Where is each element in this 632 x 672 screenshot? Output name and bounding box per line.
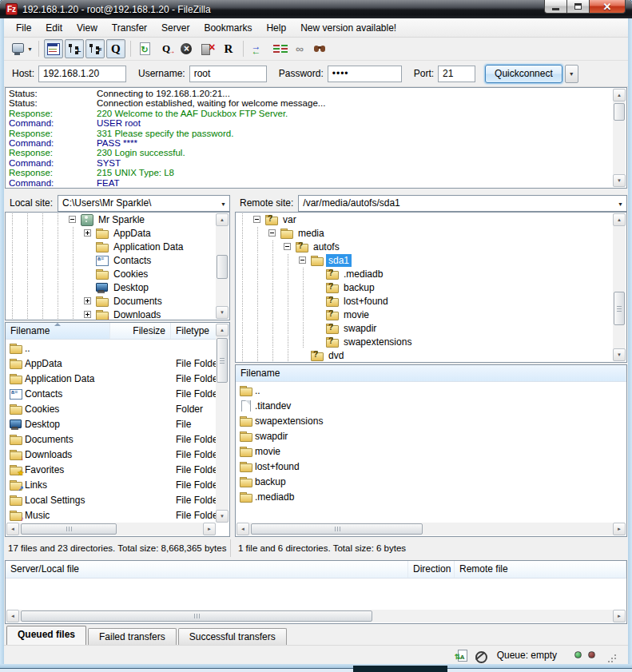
local-site-combobox[interactable]: C:\Users\Mr Sparkle\▼ [58,195,230,212]
scroll-up-icon[interactable]: ▲ [613,213,626,226]
directory-comparison-button[interactable] [248,39,268,58]
tree-item[interactable]: ↓Downloads [6,308,229,320]
local-list-hscrollbar[interactable]: ◄ ► [6,523,216,535]
file-row[interactable]: ↗LinksFile Folder [6,477,216,492]
scroll-up-icon[interactable]: ▲ [216,324,229,336]
scrollbar-thumb[interactable] [251,523,423,535]
title-bar[interactable]: Fz 192.168.1.20 - root@192.168.1.20 - Fi… [0,0,632,18]
expand-icon[interactable] [84,229,91,237]
scroll-down-icon[interactable]: ▼ [216,510,229,523]
reconnect-button[interactable]: R [219,39,238,58]
file-row[interactable]: ↓DownloadsFile Folder [6,447,216,462]
column-header-filesize[interactable]: Filesize [110,323,171,339]
port-input[interactable] [438,66,475,82]
scrollbar-thumb[interactable] [614,103,625,121]
scrollbar-thumb[interactable] [21,610,372,622]
menu-new-version[interactable]: New version available! [293,19,403,37]
file-row[interactable]: DesktopFile [6,416,216,431]
remote-list-hscrollbar[interactable]: ◄ ► [237,523,626,535]
tree-item[interactable]: ?dvd [236,348,626,362]
file-row[interactable]: swapextensions [237,413,626,428]
scrollbar-thumb[interactable] [614,292,625,325]
file-row[interactable]: ♪MusicFile Folder [6,507,216,523]
close-button[interactable]: ✕ [590,0,626,14]
menu-bookmarks[interactable]: Bookmarks [197,19,259,37]
menu-edit[interactable]: Edit [38,19,70,37]
scrollbar-thumb[interactable] [217,338,228,383]
scroll-up-icon[interactable]: ▲ [613,89,626,101]
file-row[interactable]: movie [237,443,626,459]
tree-item[interactable]: ?autofs [236,240,626,253]
tree-item[interactable]: ?lost+found [236,294,626,308]
file-row[interactable]: AppDataFile Folder [6,356,216,371]
column-header-server-local-file[interactable]: Server/Local file [6,561,408,578]
file-row[interactable]: Application DataFile Folder [6,371,216,386]
tree-item[interactable]: sda1 [236,253,626,267]
site-manager-dropdown-icon[interactable]: ▼ [27,46,33,52]
toggle-remote-tree-button[interactable]: F [85,39,105,58]
password-input[interactable] [328,66,402,82]
tree-item[interactable]: ?var [236,213,626,226]
collapse-icon[interactable] [284,243,291,250]
tree-item[interactable]: ?.mediadb [236,267,626,280]
tab-queued-files[interactable]: Queued files [6,626,86,645]
comparison-list-button[interactable] [269,39,288,58]
collapse-icon[interactable] [299,256,306,264]
synchronized-browsing-button[interactable]: ∞ [290,39,309,58]
scroll-up-icon[interactable]: ▲ [216,213,229,226]
menu-help[interactable]: Help [259,19,293,37]
local-tree-scrollbar[interactable]: ▲ ▼ [216,213,229,319]
scroll-down-icon[interactable]: ▼ [613,174,626,187]
file-row[interactable]: .. [6,340,216,356]
expand-icon[interactable] [84,297,91,304]
toggle-queue-button[interactable]: Q [106,39,125,58]
file-row[interactable]: backup [237,474,626,489]
tree-item[interactable]: ?swapextensions [236,335,626,348]
speed-limits-icon[interactable] [474,649,487,662]
file-row[interactable]: .titandev [237,398,626,413]
queue-hscrollbar[interactable]: ◄ ► [6,610,626,622]
remote-tree-scrollbar[interactable]: ▲ ▼ [613,213,626,361]
maximize-button[interactable] [567,0,590,14]
minimize-button[interactable] [544,0,567,14]
local-list-scrollbar[interactable]: ▲ ▼ [216,324,229,523]
file-row[interactable]: Local SettingsFile Folder [6,492,216,507]
tab-failed-transfers[interactable]: Failed transfers [88,628,177,645]
toggle-queue-processing-button[interactable]: Q [157,39,176,58]
cancel-button[interactable] [177,39,197,58]
quickconnect-dropdown-button[interactable]: ▼ [565,65,578,83]
tree-item[interactable]: ?swapdir [236,321,626,335]
tree-item[interactable]: ?backup [236,280,626,294]
file-row[interactable]: .. [237,383,626,398]
find-files-button[interactable] [311,39,330,58]
menu-file[interactable]: File [9,19,38,37]
tree-item[interactable]: AppData [6,226,229,240]
tree-item[interactable]: Cookies [6,267,229,280]
toggle-local-tree-button[interactable]: L [65,39,84,58]
log-scrollbar[interactable]: ▲ ▼ [613,89,626,187]
toggle-message-log-button[interactable] [44,39,63,58]
file-row[interactable]: CookiesFolder [6,401,216,416]
collapse-icon[interactable] [253,216,260,223]
scrollbar-thumb[interactable] [217,255,228,279]
host-input[interactable] [38,66,126,82]
collapse-icon[interactable] [268,229,276,237]
menu-transfer[interactable]: Transfer [105,19,154,37]
remote-site-combobox[interactable]: /var/media/autofs/sda1▼ [298,195,627,212]
tree-item[interactable]: Desktop [6,280,229,294]
disconnect-button[interactable] [198,39,217,58]
column-header-remote-file[interactable]: Remote file [455,561,626,578]
file-row[interactable]: DocumentsFile Folder [6,431,216,447]
file-row[interactable]: .mediadb [237,489,626,504]
file-row[interactable]: ContactsFile Folder [6,386,216,401]
column-header-filename[interactable]: Filename [6,323,110,339]
quickconnect-button[interactable]: Quickconnect [485,65,562,83]
column-header-filename[interactable]: Filename [236,365,626,381]
scroll-left-icon[interactable]: ◄ [237,523,249,535]
file-row[interactable]: ★FavoritesFile Folder [6,462,216,477]
scroll-right-icon[interactable]: ► [203,523,216,535]
tree-item[interactable]: Documents [6,294,229,308]
site-manager-button[interactable]: ▼ [10,39,34,58]
scroll-down-icon[interactable]: ▼ [613,348,626,361]
tree-item[interactable]: ?movie [236,308,626,321]
